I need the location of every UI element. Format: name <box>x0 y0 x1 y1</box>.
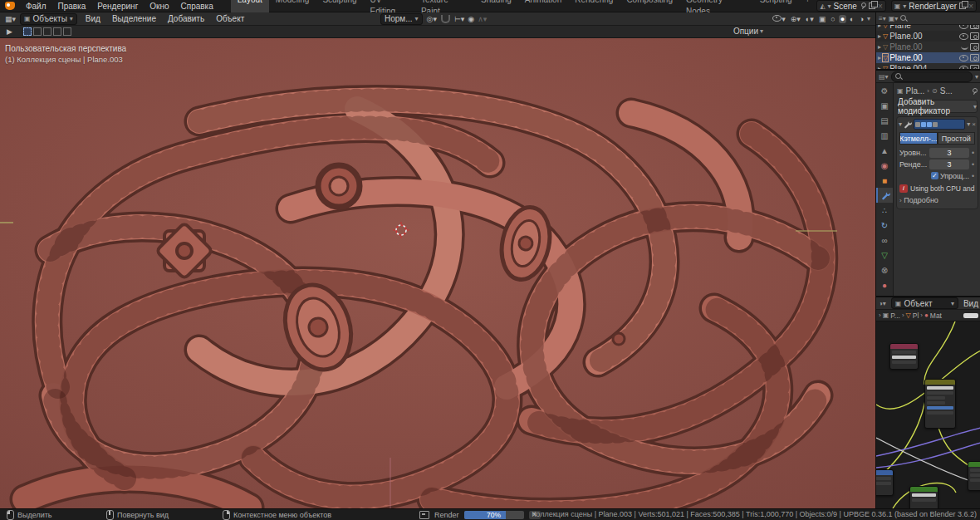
breadcrumb-object[interactable]: Pla... <box>906 86 925 96</box>
menu-view[interactable]: Вид <box>963 299 978 308</box>
advanced-section[interactable]: › Подробно <box>899 196 975 204</box>
display-mode-icon[interactable]: ▣▾ <box>889 15 899 22</box>
menu-window[interactable]: Окно <box>144 0 174 12</box>
visibility-eye-icon[interactable]: ▾ <box>771 15 787 23</box>
shading-material-icon[interactable]: ◐ <box>848 15 855 23</box>
render-toggle-icon[interactable] <box>927 122 932 127</box>
node-checkbox-row[interactable] <box>927 401 945 405</box>
tab-object-data[interactable]: ▽ <box>876 248 893 262</box>
select-mode-subtract-icon[interactable] <box>43 27 51 36</box>
outliner-row[interactable]: ▸ ▽ Plane <box>876 25 980 31</box>
object-name[interactable]: Plane.00 <box>889 53 958 62</box>
node-value-row[interactable] <box>892 356 916 359</box>
gizmos-icon[interactable]: ⊕▾ <box>789 15 802 23</box>
properties-search-input[interactable] <box>891 71 973 82</box>
expand-icon[interactable]: ▸ <box>878 54 881 61</box>
menu-select[interactable]: Выделение <box>106 12 162 25</box>
menu-help[interactable]: Справка <box>175 0 219 12</box>
view-layer-selector[interactable]: ▣ ▾ RenderLayer × <box>891 0 977 12</box>
menu-add[interactable]: Добавить <box>162 12 210 25</box>
orientation-dropdown[interactable]: Норм... ▾ <box>380 13 423 25</box>
checkbox-checked-icon[interactable]: ✓ <box>931 172 938 179</box>
shader-node[interactable] <box>909 486 938 508</box>
menu-edit[interactable]: Правка <box>51 0 91 12</box>
edit-mode-toggle-icon[interactable] <box>915 122 920 127</box>
properties-editor-icon[interactable]: ▤▾ <box>879 73 889 81</box>
cage-toggle-icon[interactable] <box>933 122 938 127</box>
pivot-point-icon[interactable]: ◎▾ <box>425 15 439 23</box>
object-icon[interactable]: ▣ <box>897 87 904 95</box>
shader-node[interactable] <box>889 343 919 370</box>
animate-dot-icon[interactable]: • <box>971 172 975 180</box>
tab-physics[interactable]: ↻ <box>876 218 893 233</box>
breadcrumb-mesh[interactable]: Pl <box>913 312 919 320</box>
expand-icon[interactable]: ▸ <box>878 43 881 51</box>
node-checkbox-row[interactable] <box>927 396 945 400</box>
tab-particles[interactable]: ∴ <box>876 203 893 218</box>
realtime-toggle-icon[interactable] <box>921 122 926 127</box>
tab-render[interactable]: ▣ <box>876 98 893 113</box>
camera-visibility-icon[interactable] <box>970 32 979 40</box>
object-name[interactable]: Plane.00 <box>889 42 959 52</box>
shading-wireframe-icon[interactable]: ○ <box>829 15 836 23</box>
collapse-icon[interactable]: ▾ <box>899 120 902 128</box>
expand-icon[interactable]: ▸ <box>878 32 881 40</box>
menu-object[interactable]: Объект <box>210 12 250 25</box>
search-icon[interactable] <box>900 15 908 22</box>
3d-viewport[interactable]: Пользовательская перспектива (1) Коллекц… <box>0 38 875 508</box>
object-name[interactable]: Plane.004 <box>889 64 958 71</box>
select-mode-extend-icon[interactable] <box>33 27 42 36</box>
pin-icon[interactable] <box>860 2 866 9</box>
add-modifier-button[interactable]: Добавить модификатор ▾ <box>897 100 978 113</box>
select-mode-intersect-icon[interactable] <box>63 27 71 36</box>
camera-visibility-icon[interactable] <box>970 54 979 61</box>
overlays-icon[interactable]: ◐▾ <box>804 15 816 23</box>
shader-node[interactable] <box>968 461 980 491</box>
simplify-label[interactable]: Упрощ... <box>940 172 969 180</box>
tab-texture[interactable]: ⊗ <box>876 262 893 277</box>
options-dropdown[interactable]: Опции ▾ <box>733 26 763 37</box>
outliner-row[interactable]: ▸ ▽ Plane.004 <box>876 63 980 71</box>
blender-logo-icon[interactable] <box>5 2 15 10</box>
tab-world[interactable]: ◉ <box>876 158 893 173</box>
breadcrumb-material[interactable]: Mat <box>930 312 942 320</box>
animate-dot-icon[interactable]: • <box>971 149 975 157</box>
chevron-left-icon[interactable]: › <box>879 312 881 319</box>
scene-name[interactable]: Scene <box>834 2 857 11</box>
shading-options-icon[interactable]: ▾ <box>867 15 870 22</box>
render-levels-value-field[interactable]: 3 <box>929 159 969 169</box>
proportional-editing-icon[interactable]: ◉ <box>466 15 476 23</box>
close-icon[interactable]: × <box>972 120 976 128</box>
node-header[interactable] <box>890 344 918 349</box>
tab-modifiers[interactable] <box>876 188 893 203</box>
active-tool-icon[interactable]: ▶ <box>5 27 14 36</box>
node-dropdown-row[interactable] <box>912 493 936 497</box>
camera-visibility-icon[interactable] <box>970 43 979 51</box>
menu-file[interactable]: Файл <box>20 0 52 12</box>
modifier-extras-icon[interactable]: ▾ <box>967 120 970 128</box>
outliner-row-hidden[interactable]: ▸ ▽ Plane.00 <box>876 42 980 52</box>
view-layer-name[interactable]: RenderLayer <box>909 2 957 11</box>
snap-magnet-icon[interactable] <box>441 15 450 23</box>
camera-visibility-icon[interactable] <box>970 25 979 29</box>
select-mode-invert-icon[interactable] <box>53 27 61 36</box>
node-canvas[interactable] <box>876 321 980 508</box>
xray-toggle-icon[interactable]: ▣ <box>817 15 828 23</box>
menu-render[interactable]: Рендеринг <box>91 0 144 12</box>
node-selected-row[interactable] <box>927 406 953 410</box>
shader-node[interactable] <box>924 379 956 429</box>
expand-icon[interactable]: ▸ <box>878 25 881 29</box>
tab-material[interactable]: ● <box>876 277 893 292</box>
catmull-clark-button[interactable]: Кэтмелл-... <box>899 132 938 145</box>
eye-icon[interactable] <box>959 25 968 29</box>
snap-target-icon[interactable]: ⊢▾ <box>453 15 466 23</box>
falloff-curve-icon[interactable]: ∧▾ <box>476 15 488 23</box>
editor-type-icon[interactable]: ▦▾ <box>3 15 17 23</box>
mode-dropdown[interactable]: ▣ Объекты ▾ <box>20 13 77 25</box>
animate-dot-icon[interactable]: • <box>971 160 975 169</box>
outliner-editor-icon[interactable]: ≡▾ <box>879 15 886 22</box>
breadcrumb-data[interactable]: S... <box>940 86 953 96</box>
expand-icon[interactable]: ▸ <box>878 65 881 71</box>
outliner-row[interactable]: ▸ ▽ Plane.00 <box>876 31 980 42</box>
tab-object[interactable]: ■ <box>876 173 893 188</box>
